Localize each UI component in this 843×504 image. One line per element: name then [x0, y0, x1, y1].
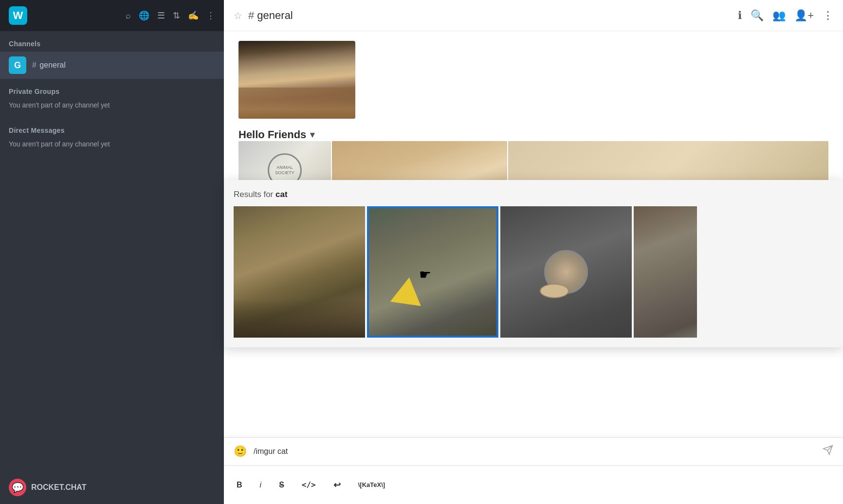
- formatting-toolbar: B i S </> ↩ \[KaTeX\]: [224, 465, 843, 504]
- search-term: cat: [275, 190, 288, 199]
- send-button[interactable]: [823, 445, 833, 458]
- channel-title: # general: [248, 9, 293, 22]
- search-results-label: Results for cat: [234, 190, 833, 199]
- message-input-area: 🙂 /imgur cat: [224, 437, 843, 465]
- private-groups-empty: You aren't part of any channel yet: [0, 99, 224, 118]
- message-input-value[interactable]: /imgur cat: [254, 447, 816, 456]
- private-groups-section-label: Private Groups: [0, 79, 224, 99]
- cat-image-top: [238, 41, 355, 119]
- katex-button[interactable]: \[KaTeX\]: [355, 479, 388, 490]
- kebab-menu-icon[interactable]: ⋮: [823, 9, 833, 22]
- channel-name-general: # general: [32, 61, 66, 70]
- message-image: [238, 41, 355, 119]
- search-result-2[interactable]: ☛: [367, 206, 498, 338]
- compose-icon[interactable]: ✍: [188, 10, 199, 21]
- brand-name: ROCKET.CHAT: [31, 483, 86, 492]
- sidebar-footer: 💬 ROCKET.CHAT: [0, 471, 224, 504]
- main-content: ☆ # general ℹ 🔍 👥 👤+ ⋮ Hello Friends: [224, 0, 843, 504]
- search-result-3[interactable]: [500, 206, 632, 338]
- sidebar-header: W ⌕ 🌐 ☰ ⇅ ✍ ⋮: [0, 0, 224, 31]
- channels-section-label: Channels: [0, 31, 224, 52]
- sidebar-icon-group: ⌕ 🌐 ☰ ⇅ ✍ ⋮: [126, 10, 215, 21]
- search-results-images: ☛: [234, 206, 833, 338]
- channel-avatar-general: G: [9, 56, 26, 74]
- direct-messages-section-label: Direct Messages: [0, 118, 224, 138]
- direct-messages-empty: You aren't part of any channel yet: [0, 138, 224, 157]
- cursor-pointer-icon: ☛: [419, 267, 431, 283]
- channel-item-general[interactable]: G # general: [0, 52, 224, 79]
- app-logo[interactable]: W: [9, 6, 27, 25]
- info-icon[interactable]: ℹ: [738, 9, 742, 22]
- rocket-chat-icon: 💬: [9, 479, 26, 496]
- add-member-icon[interactable]: 👤+: [794, 9, 814, 22]
- search-messages-icon[interactable]: 🔍: [751, 9, 764, 22]
- hello-friends-heading: Hello Friends ▾: [238, 128, 828, 141]
- strikethrough-button[interactable]: S: [276, 479, 287, 491]
- italic-button[interactable]: i: [257, 479, 265, 491]
- members-icon[interactable]: 👥: [772, 9, 786, 22]
- sidebar: W ⌕ 🌐 ☰ ⇅ ✍ ⋮ Channels G # general Priva…: [0, 0, 224, 504]
- sort-icon[interactable]: ⇅: [173, 10, 180, 21]
- favorite-icon[interactable]: ☆: [234, 10, 242, 21]
- hash-symbol: #: [248, 9, 257, 21]
- search-icon[interactable]: ⌕: [126, 11, 131, 21]
- channel-hash-icon: #: [32, 61, 38, 69]
- globe-icon[interactable]: 🌐: [139, 10, 149, 21]
- search-result-1[interactable]: [234, 206, 365, 338]
- code-button[interactable]: </>: [299, 478, 319, 491]
- link-button[interactable]: ↩: [330, 478, 344, 492]
- dropdown-icon[interactable]: ▾: [310, 129, 314, 140]
- bold-button[interactable]: B: [234, 479, 245, 491]
- channel-header: ☆ # general ℹ 🔍 👥 👤+ ⋮: [224, 0, 843, 31]
- message-image-block: [238, 41, 828, 119]
- emoji-button[interactable]: 🙂: [234, 445, 247, 458]
- list-icon[interactable]: ☰: [157, 10, 165, 21]
- more-icon[interactable]: ⋮: [206, 10, 215, 21]
- search-result-4[interactable]: [634, 206, 697, 338]
- search-overlay: Results for cat ☛: [224, 180, 843, 347]
- header-actions: ℹ 🔍 👥 👤+ ⋮: [738, 9, 833, 22]
